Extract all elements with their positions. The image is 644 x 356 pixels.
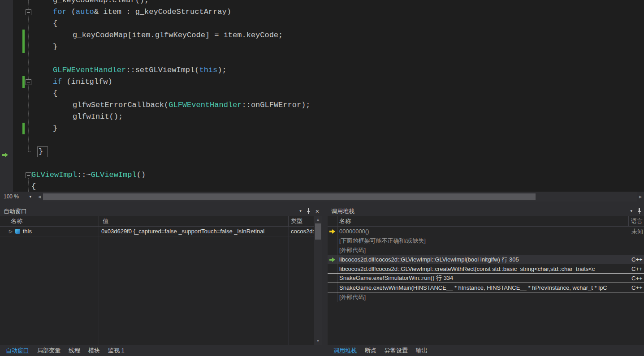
fold-collapse-icon[interactable] — [26, 172, 31, 178]
callstack-frame[interactable]: SnakeGame.exe!SimulatorWin::run() 行 334C… — [328, 274, 644, 283]
code-line[interactable]: GLFWEventHandler::setGLViewImpl(this); — [0, 64, 644, 76]
scroll-left-button[interactable]: ◀ — [36, 192, 43, 202]
code-line[interactable]: g_keyCodeMap[item.glfwKeyCode] = item.ke… — [0, 30, 644, 41]
column-header-language[interactable]: 语言 — [629, 216, 644, 226]
callstack-frame[interactable]: libcocos2d.dll!cocos2d::GLViewImpl::crea… — [328, 264, 644, 274]
fold-collapse-icon[interactable] — [26, 79, 31, 85]
window-position-menu-icon[interactable]: ▾ — [299, 209, 302, 213]
callstack-frame[interactable]: libcocos2d.dll!cocos2d::GLViewImpl::GLVi… — [328, 255, 644, 264]
code-editor[interactable]: g_keyCodeMap.clear();for (auto& item : g… — [0, 0, 644, 192]
zoom-combobox[interactable]: 100 % ▾ — [0, 192, 35, 202]
callstack-frame[interactable]: 00000000()未知 — [328, 227, 644, 236]
column-header-name[interactable]: 名称 — [0, 216, 99, 226]
code-text: glfwSetErrorCallback(GLFWEventHandler::o… — [73, 101, 311, 109]
scroll-right-button[interactable]: ▶ — [637, 192, 644, 202]
tool-window-tab[interactable]: 局部变量 — [33, 347, 65, 355]
autos-column-headers: 名称 值 类型 — [0, 216, 322, 227]
modified-line-indicator — [22, 41, 25, 53]
code-line[interactable]: } — [0, 146, 644, 158]
autos-row[interactable]: ▷this0x03d629f0 {_captured=false _suppor… — [0, 227, 322, 236]
tool-window-tab[interactable]: 输出 — [412, 347, 432, 355]
scroll-down-icon[interactable]: ▼ — [314, 339, 322, 343]
column-header-value[interactable]: 值 — [99, 216, 289, 226]
code-text: glfwInit(); — [73, 112, 123, 121]
callstack-frame[interactable]: [外部代码] — [328, 292, 644, 302]
tool-window-tab[interactable]: 断点 — [361, 347, 380, 355]
code-line[interactable]: glfwSetErrorCallback(GLFWEventHandler::o… — [0, 99, 644, 111]
variable-type-cell: cocos2d: — [289, 228, 314, 235]
pin-icon[interactable] — [637, 208, 641, 214]
column-header-icon — [328, 216, 337, 226]
autos-titlebar[interactable]: 自动窗口 ▾ × — [0, 206, 322, 216]
code-line[interactable] — [0, 53, 644, 64]
frame-language — [629, 245, 644, 255]
expand-icon[interactable]: ▷ — [9, 229, 13, 234]
close-icon[interactable]: × — [316, 208, 319, 214]
code-text: for (auto& item : g_keyCodeStructArray) — [53, 8, 231, 16]
variable-name-cell: ▷this — [0, 228, 99, 235]
code-line[interactable]: for (auto& item : g_keyCodeStructArray) — [0, 6, 644, 18]
callstack-frame[interactable]: SnakeGame.exe!wWinMain(HINSTANCE__ * hIn… — [328, 283, 644, 292]
tool-window-tab[interactable]: 自动窗口 — [2, 347, 33, 355]
grid-line — [99, 227, 99, 345]
yellow-arrow-icon — [329, 229, 335, 234]
code-text: g_keyCodeMap[item.glfwKeyCode] = item.ke… — [73, 31, 283, 39]
vertical-scrollbar: ▲ ▼ — [314, 216, 322, 345]
frame-language — [629, 292, 644, 302]
modified-line-indicator — [22, 30, 25, 41]
tool-window-tab[interactable]: 异常设置 — [380, 347, 412, 355]
frame-name: 00000000() — [337, 228, 629, 235]
code-text: GLFWEventHandler::setGLViewImpl(this); — [53, 66, 227, 74]
code-lines: g_keyCodeMap.clear();for (auto& item : g… — [0, 0, 644, 192]
code-line[interactable]: GLViewImpl::~GLViewImpl() — [0, 169, 644, 181]
frame-language: C++ — [629, 264, 644, 273]
code-line[interactable]: { — [0, 88, 644, 99]
fold-collapse-icon[interactable] — [26, 9, 31, 15]
scrollbar-thumb[interactable] — [43, 193, 536, 200]
pin-icon[interactable] — [307, 208, 311, 214]
frame-icon-cell — [328, 274, 337, 283]
code-line[interactable]: glfwInit(); — [0, 111, 644, 123]
code-text: g_keyCodeMap.clear(); — [53, 0, 149, 4]
frame-language: C++ — [629, 283, 644, 292]
variable-name: this — [23, 228, 32, 235]
code-text: } — [53, 43, 57, 51]
code-line[interactable]: } — [0, 123, 644, 134]
column-header-name[interactable]: 名称 — [337, 216, 629, 226]
callstack-column-headers: 名称 语言 — [328, 216, 644, 227]
code-line[interactable]: if (initglfw) — [0, 76, 644, 88]
callstack-frame[interactable]: [外部代码] — [328, 245, 644, 255]
frame-icon-cell — [328, 236, 337, 245]
code-line[interactable]: } — [0, 41, 644, 53]
frame-name: libcocos2d.dll!cocos2d::GLViewImpl::GLVi… — [337, 256, 629, 264]
code-text: if (initglfw) — [53, 77, 112, 86]
tool-window-tab[interactable]: 模块 — [84, 347, 104, 355]
object-icon — [15, 229, 20, 234]
column-header-type[interactable]: 类型 — [289, 216, 314, 226]
frame-icon-cell — [328, 264, 337, 273]
code-line[interactable] — [0, 134, 644, 146]
frame-name: SnakeGame.exe!wWinMain(HINSTANCE__ * hIn… — [337, 284, 629, 291]
callstack-titlebar[interactable]: 调用堆栈 ▾ — [328, 206, 644, 216]
code-line[interactable]: { — [0, 181, 644, 192]
callstack-title: 调用堆栈 — [331, 207, 354, 215]
callstack-window: 调用堆栈 ▾ 名称 语言 00000000()未知[下面的框架可能不正确和/或缺… — [328, 206, 644, 345]
callstack-frame[interactable]: [下面的框架可能不正确和/或缺失] — [328, 236, 644, 245]
window-position-menu-icon[interactable]: ▾ — [630, 209, 632, 213]
frame-icon-cell — [328, 245, 337, 255]
modified-line-indicator — [22, 123, 25, 134]
left-tool-tabstrip: 自动窗口局部变量线程模块监视 1 — [0, 345, 322, 356]
code-text: { — [53, 89, 57, 98]
variable-value-cell[interactable]: 0x03d629f0 {_captured=false _supportTouc… — [99, 228, 289, 235]
tool-window-tab[interactable]: 调用堆栈 — [329, 347, 361, 355]
code-line[interactable]: { — [0, 18, 644, 30]
scrollbar-thumb[interactable] — [315, 223, 321, 240]
autos-rows: ▷this0x03d629f0 {_captured=false _suppor… — [0, 227, 322, 236]
frame-language: C++ — [629, 274, 644, 283]
tool-window-tab[interactable]: 监视 1 — [104, 347, 129, 355]
code-line[interactable]: g_keyCodeMap.clear(); — [0, 0, 644, 6]
scroll-up-icon[interactable]: ▲ — [314, 218, 322, 222]
modified-line-indicator — [22, 76, 25, 88]
tool-window-tab[interactable]: 线程 — [65, 347, 84, 355]
code-line[interactable] — [0, 158, 644, 169]
